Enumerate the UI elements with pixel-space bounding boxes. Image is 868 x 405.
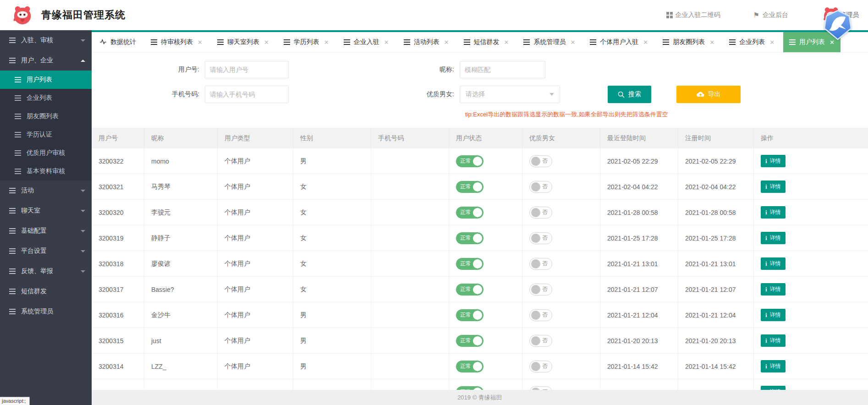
sidebar-item[interactable]: 用户、企业: [0, 50, 92, 71]
sidebar-item[interactable]: 反馈、举报: [0, 261, 92, 281]
detail-button[interactable]: i 详情: [761, 386, 786, 390]
column-header: 注册时间: [678, 128, 754, 148]
status-toggle[interactable]: 正常: [456, 386, 483, 390]
cell-gender: 女: [293, 225, 371, 251]
tab[interactable]: 企业入驻 ✕: [338, 32, 395, 52]
status-toggle[interactable]: 正常: [456, 309, 483, 321]
sidebar-item[interactable]: 入驻、审核: [0, 30, 92, 50]
detail-button[interactable]: i 详情: [761, 283, 786, 296]
status-toggle[interactable]: 正常: [456, 181, 483, 193]
info-icon: i: [765, 312, 767, 319]
search-button[interactable]: 搜索: [608, 86, 651, 103]
caret-icon: [81, 230, 85, 232]
info-icon: i: [765, 337, 767, 345]
premium-toggle[interactable]: 否: [529, 181, 552, 193]
close-icon[interactable]: ✕: [570, 39, 575, 45]
premium-select[interactable]: 请选择: [460, 86, 560, 103]
close-icon[interactable]: ✕: [504, 39, 509, 45]
phone-input[interactable]: [205, 86, 289, 103]
close-icon[interactable]: ✕: [709, 39, 714, 45]
close-icon[interactable]: ✕: [643, 39, 648, 45]
status-toggle[interactable]: 正常: [456, 207, 483, 219]
cell-registered: 2021-02-04 04:22: [678, 174, 754, 199]
premium-toggle[interactable]: 否: [529, 258, 552, 270]
premium-toggle[interactable]: 否: [529, 207, 552, 219]
user-id-input[interactable]: [205, 61, 289, 78]
tab[interactable]: 活动列表 ✕: [398, 32, 455, 52]
filter-row-2: 手机号码: 优质男女: 请选择 搜索 导出: [92, 86, 868, 103]
tab[interactable]: 企业列表 ✕: [723, 32, 780, 52]
detail-button[interactable]: i 详情: [761, 206, 786, 219]
cell-user-id: 3200320: [92, 200, 144, 225]
cell-gender: 男: [293, 328, 371, 353]
sidebar-item[interactable]: 活动: [0, 181, 92, 201]
tab[interactable]: 系统管理员 ✕: [517, 32, 581, 52]
sidebar-item[interactable]: 短信群发: [0, 281, 92, 301]
tab[interactable]: 朋友圈列表 ✕: [657, 32, 720, 52]
search-icon: [618, 91, 625, 98]
close-icon[interactable]: ✕: [444, 39, 449, 45]
list-icon: [217, 39, 224, 45]
sidebar-subitem[interactable]: 学历认证: [0, 126, 92, 144]
premium-toggle[interactable]: 否: [529, 386, 552, 390]
nickname-input[interactable]: [460, 61, 545, 78]
tab[interactable]: 聊天室列表 ✕: [211, 32, 275, 52]
premium-toggle[interactable]: 否: [529, 335, 552, 347]
enterprise-backend-link[interactable]: ⚑ 企业后台: [753, 11, 788, 19]
sidebar-item[interactable]: 平台设置: [0, 241, 92, 261]
toggle-knob: [531, 311, 540, 320]
sidebar-item[interactable]: 基础配置: [0, 221, 92, 241]
cell-status: 正常: [449, 354, 522, 379]
export-tip-text: tip:Excel导出的数据跟筛选显示的数据一致,如果全部导出则先把筛选条件置空: [465, 110, 868, 119]
caret-icon: [81, 39, 85, 42]
close-icon[interactable]: ✕: [769, 39, 775, 45]
sidebar-item[interactable]: 聊天室: [0, 201, 92, 221]
close-icon[interactable]: ✕: [384, 39, 389, 45]
table-row: 3200314 LZZ_ 个体用户 男 正常 否 2021-01-14 15:4…: [92, 354, 868, 379]
status-toggle[interactable]: 正常: [456, 155, 483, 167]
status-toggle[interactable]: 正常: [456, 335, 483, 347]
enterprise-qr-link[interactable]: 企业入驻二维码: [666, 11, 720, 19]
detail-button[interactable]: i 详情: [761, 155, 786, 167]
detail-button[interactable]: i 详情: [761, 309, 786, 321]
table-row: 3200317 Bassie? 个体用户 女 正常 否 2021-01-21 1…: [92, 277, 868, 302]
premium-toggle[interactable]: 否: [529, 232, 552, 244]
premium-toggle[interactable]: 否: [529, 309, 552, 321]
premium-toggle[interactable]: 否: [529, 284, 552, 296]
tab[interactable]: 待审核列表 ✕: [145, 32, 209, 52]
list-icon: [284, 39, 290, 45]
tab[interactable]: 个体用户入驻 ✕: [584, 32, 654, 52]
status-toggle[interactable]: 正常: [456, 284, 483, 296]
sidebar-subitem[interactable]: 用户列表: [0, 71, 92, 89]
cell-actions: i 详情: [754, 251, 868, 276]
sidebar-subitem[interactable]: 优质用户审核: [0, 144, 92, 162]
tab[interactable]: 学历列表 ✕: [278, 32, 335, 52]
detail-button[interactable]: i 详情: [761, 257, 786, 270]
status-toggle[interactable]: 正常: [456, 232, 483, 244]
detail-button[interactable]: i 详情: [761, 334, 786, 347]
premium-toggle[interactable]: 否: [529, 361, 552, 372]
sidebar-subitem[interactable]: 基本资料审核: [0, 162, 92, 181]
sidebar-subitem[interactable]: 朋友圈列表: [0, 107, 92, 126]
bird-overlay-icon[interactable]: [823, 10, 852, 40]
detail-button[interactable]: i 详情: [761, 181, 786, 193]
sidebar-item[interactable]: 系统管理员: [0, 301, 92, 322]
sidebar-subitem[interactable]: 企业列表: [0, 89, 92, 107]
cell-phone: [371, 251, 449, 276]
close-icon[interactable]: ✕: [198, 39, 203, 45]
detail-button[interactable]: i 详情: [761, 360, 786, 372]
premium-toggle[interactable]: 否: [529, 155, 552, 167]
filter-panel: 用户号: 昵称: 手机号码: 优质男女: 请选择 搜索: [92, 53, 868, 128]
close-icon[interactable]: ✕: [264, 39, 269, 45]
status-toggle[interactable]: 正常: [456, 361, 483, 372]
cell-nickname: 马秀琴: [144, 174, 218, 199]
tab[interactable]: 数据统计: [93, 32, 142, 52]
close-icon[interactable]: ✕: [324, 39, 329, 45]
detail-button[interactable]: i 详情: [761, 232, 786, 244]
tab[interactable]: 短信群发 ✕: [458, 32, 515, 52]
export-button[interactable]: 导出: [676, 86, 741, 103]
toggle-knob: [531, 362, 540, 371]
info-icon: i: [765, 286, 767, 293]
caret-icon: [81, 250, 85, 252]
status-toggle[interactable]: 正常: [456, 258, 483, 270]
